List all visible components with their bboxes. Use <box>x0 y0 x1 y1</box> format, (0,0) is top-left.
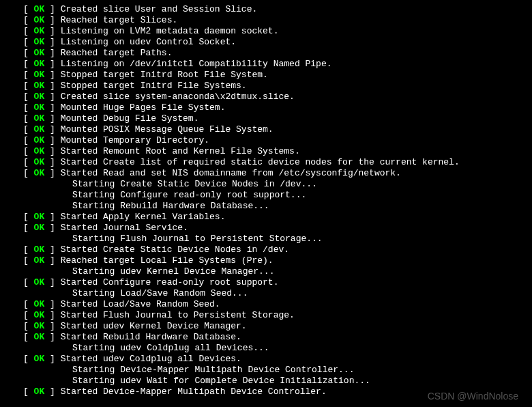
status-ok: OK <box>34 15 45 25</box>
boot-log-line: [ OK ] Started Flush Journal to Persiste… <box>0 310 532 321</box>
bracket-close: ] <box>44 299 60 309</box>
status-ok: OK <box>34 299 45 309</box>
boot-log-line: [ OK ] Started Rebuild Hardware Database… <box>0 332 532 343</box>
bracket-open: [ <box>23 255 34 266</box>
bracket-close: ] <box>44 157 60 167</box>
bracket-close: ] <box>44 26 60 36</box>
bracket-open: [ <box>23 4 34 14</box>
log-message: Started Device-Mapper Multipath Device C… <box>61 387 327 397</box>
boot-log-starting-line: Starting Create Static Device Nodes in /… <box>0 179 532 190</box>
boot-log-line: [ OK ] Reached target Local File Systems… <box>0 255 532 266</box>
bracket-close: ] <box>44 244 60 255</box>
bracket-open: [ <box>23 124 34 135</box>
status-ok: OK <box>34 310 45 320</box>
bracket-close: ] <box>44 321 60 331</box>
boot-log-line: [ OK ] Mounted POSIX Message Queue File … <box>0 124 532 135</box>
status-ok: OK <box>34 102 45 113</box>
bracket-close: ] <box>44 223 60 233</box>
bracket-open: [ <box>23 70 34 80</box>
watermark: CSDN @WindNolose <box>428 391 518 402</box>
bracket-close: ] <box>44 48 60 58</box>
status-ok: OK <box>34 157 45 167</box>
bracket-open: [ <box>23 157 34 167</box>
boot-log-line: [ OK ] Mounted Temporary Directory. <box>0 135 532 146</box>
log-message: Listening on udev Control Socket. <box>61 37 236 47</box>
log-message: Listening on LVM2 metadata daemon socket… <box>61 26 279 36</box>
log-message: Started Create list of required static d… <box>61 157 460 167</box>
status-ok: OK <box>34 244 45 255</box>
status-ok: OK <box>34 59 45 69</box>
status-ok: OK <box>34 387 45 397</box>
bracket-open: [ <box>23 321 34 331</box>
bracket-open: [ <box>23 310 34 320</box>
log-message: Mounted Temporary Directory. <box>61 135 209 145</box>
log-message: Mounted Huge Pages File System. <box>61 102 226 113</box>
bracket-open: [ <box>23 113 34 124</box>
bracket-close: ] <box>44 212 60 222</box>
boot-log-line: [ OK ] Created slice system-anaconda\x2d… <box>0 92 532 102</box>
boot-log-line: [ OK ] Started Remount Root and Kernel F… <box>0 146 532 157</box>
log-message: Started Configure read-only root support… <box>61 277 279 287</box>
log-message: Started Journal Service. <box>61 223 188 233</box>
status-ok: OK <box>34 255 45 266</box>
boot-log-starting-line: Starting Flush Journal to Persistent Sto… <box>0 234 532 244</box>
boot-log-starting-line: Starting Configure read-only root suppor… <box>0 190 532 201</box>
status-ok: OK <box>34 146 45 156</box>
boot-log-starting-line: Starting udev Kernel Device Manager... <box>0 266 532 277</box>
bracket-open: [ <box>23 26 34 36</box>
log-message: Mounted POSIX Message Queue File System. <box>61 124 274 135</box>
bracket-close: ] <box>44 332 60 342</box>
boot-log-line: [ OK ] Listening on LVM2 metadata daemon… <box>0 26 532 37</box>
boot-log-line: [ OK ] Stopped target Initrd File System… <box>0 81 532 92</box>
bracket-close: ] <box>44 59 60 69</box>
bracket-open: [ <box>23 244 34 255</box>
log-message: Reached target Paths. <box>61 48 173 58</box>
boot-log-line: [ OK ] Started Journal Service. <box>0 223 532 234</box>
status-ok: OK <box>34 92 45 102</box>
boot-log-starting-line: Starting Rebuild Hardware Database... <box>0 201 532 212</box>
bracket-close: ] <box>44 70 60 80</box>
status-ok: OK <box>34 124 45 135</box>
bracket-open: [ <box>23 15 34 25</box>
status-ok: OK <box>34 37 45 47</box>
boot-log-line: [ OK ] Started Create list of required s… <box>0 157 532 168</box>
log-message: Reached target Slices. <box>61 15 178 25</box>
boot-log-line: [ OK ] Started Apply Kernel Variables. <box>0 212 532 223</box>
log-message: Started udev Coldplug all Devices. <box>61 354 241 364</box>
status-ok: OK <box>34 223 45 233</box>
bracket-open: [ <box>23 48 34 58</box>
bracket-open: [ <box>23 354 34 364</box>
bracket-open: [ <box>23 37 34 47</box>
boot-log-line: [ OK ] Mounted Huge Pages File System. <box>0 102 532 113</box>
boot-log-line: [ OK ] Reached target Slices. <box>0 15 532 26</box>
log-message: Started Remount Root and Kernel File Sys… <box>61 146 300 156</box>
bracket-close: ] <box>44 168 60 178</box>
log-message: Listening on /dev/initctl Compatibility … <box>61 59 332 69</box>
bracket-close: ] <box>44 277 60 287</box>
bracket-close: ] <box>44 387 60 397</box>
boot-log-line: [ OK ] Stopped target Initrd Root File S… <box>0 70 532 81</box>
bracket-close: ] <box>44 310 60 320</box>
boot-log-line: [ OK ] Created slice User and Session Sl… <box>0 4 532 15</box>
status-ok: OK <box>34 70 45 80</box>
status-ok: OK <box>34 48 45 58</box>
bracket-close: ] <box>44 4 60 14</box>
bracket-open: [ <box>23 223 34 233</box>
bracket-close: ] <box>44 146 60 156</box>
boot-log-starting-line: Starting udev Coldplug all Devices... <box>0 343 532 354</box>
log-message: Reached target Local File Systems (Pre). <box>61 255 274 266</box>
boot-log-line: [ OK ] Started udev Kernel Device Manage… <box>0 321 532 332</box>
bracket-close: ] <box>44 102 60 113</box>
bracket-open: [ <box>23 59 34 69</box>
status-ok: OK <box>34 168 45 178</box>
boot-log-starting-line: Starting Device-Mapper Multipath Device … <box>0 365 532 376</box>
bracket-close: ] <box>44 124 60 135</box>
status-ok: OK <box>34 26 45 36</box>
status-ok: OK <box>34 277 45 287</box>
status-ok: OK <box>34 81 45 91</box>
log-message: Started Flush Journal to Persistent Stor… <box>61 310 295 320</box>
bracket-open: [ <box>23 135 34 145</box>
bracket-close: ] <box>44 354 60 364</box>
log-message: Started Read and set NIS domainname from… <box>61 168 401 178</box>
log-message: Stopped target Initrd File Systems. <box>61 81 247 91</box>
